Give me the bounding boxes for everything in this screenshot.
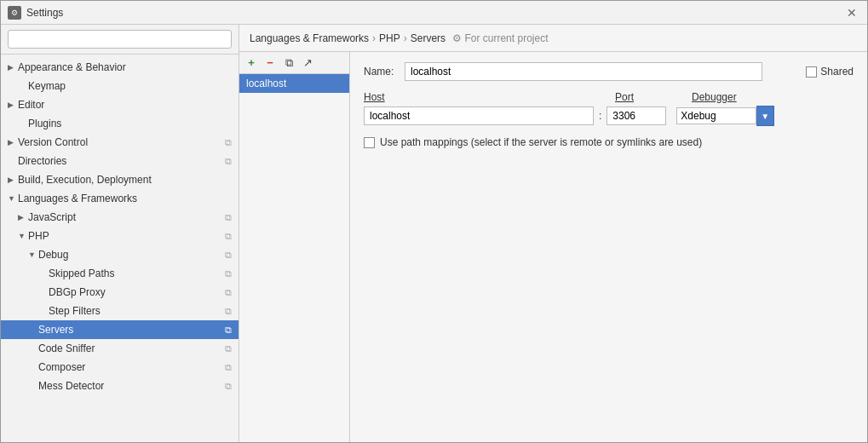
sidebar-item-editor[interactable]: ▶ Editor <box>1 95 239 114</box>
sidebar-item-directories[interactable]: Directories ⧉ <box>1 152 239 170</box>
debugger-dropdown-button[interactable]: ▼ <box>756 106 774 126</box>
sidebar-item-label: Build, Execution, Deployment <box>18 174 232 186</box>
add-server-button[interactable]: + <box>243 55 260 72</box>
arrow-placeholder <box>28 344 38 353</box>
sidebar-item-version-control[interactable]: ▶ Version Control ⧉ <box>1 133 239 152</box>
sidebar-item-label: Mess Detector <box>38 380 221 392</box>
port-input[interactable] <box>606 106 666 125</box>
arrow-icon: ▼ <box>18 232 28 240</box>
sidebar-item-label: JavaScript <box>28 211 221 223</box>
sidebar-item-label: Composer <box>38 361 221 373</box>
titlebar: ⚙ Settings ✕ <box>1 1 867 25</box>
colon-separator: : <box>599 110 601 122</box>
arrow-placeholder <box>28 382 38 390</box>
copy-server-button[interactable]: ⧉ <box>280 55 297 72</box>
arrow-icon: ▶ <box>8 101 18 109</box>
sidebar-item-label: Skipped Paths <box>49 268 221 279</box>
host-label: Host <box>364 91 615 103</box>
name-label: Name: <box>364 66 398 78</box>
sidebar-item-appearance[interactable]: ▶ Appearance & Behavior <box>1 58 239 77</box>
sidebar-item-step-filters[interactable]: Step Filters ⧉ <box>1 302 239 320</box>
path-mappings-label: Use path mappings (select if the server … <box>380 136 702 148</box>
search-box <box>1 25 239 55</box>
sidebar-tree: ▶ Appearance & Behavior Keymap ▶ Editor … <box>1 55 239 442</box>
sidebar-item-servers[interactable]: Servers ⧉ <box>1 320 239 339</box>
sidebar-item-label: Code Sniffer <box>38 342 221 354</box>
name-row: Name: Shared <box>364 62 854 81</box>
breadcrumb-sep: › <box>372 32 376 44</box>
settings-form: Name: Shared Host Port Debugger <box>350 52 867 442</box>
sidebar-item-javascript[interactable]: ▶ JavaScript ⧉ <box>1 208 239 227</box>
sidebar-item-code-sniffer[interactable]: Code Sniffer ⧉ <box>1 339 239 358</box>
sidebar-item-label: Debug <box>38 249 221 261</box>
sidebar-item-label: Appearance & Behavior <box>18 61 232 73</box>
arrow-placeholder <box>18 82 28 90</box>
arrow-icon: ▼ <box>8 194 18 203</box>
server-toolbar: + − ⧉ ↗ <box>239 52 349 74</box>
shared-row: Shared <box>806 66 854 78</box>
copy-icon: ⧉ <box>225 212 232 223</box>
path-mappings-row: Use path mappings (select if the server … <box>364 136 854 148</box>
arrow-placeholder <box>18 119 28 128</box>
host-input[interactable] <box>364 106 594 125</box>
close-button[interactable]: ✕ <box>843 4 860 21</box>
sidebar-item-dbgp[interactable]: DBGp Proxy ⧉ <box>1 283 239 302</box>
debugger-select-wrap: Xdebug Zend Debugger ▼ <box>676 106 774 126</box>
breadcrumb-part-2: PHP <box>379 32 400 44</box>
sidebar-item-label: Directories <box>18 155 221 167</box>
search-input[interactable] <box>8 30 232 49</box>
host-port-debugger-row: : Xdebug Zend Debugger ▼ <box>364 106 854 126</box>
arrow-icon: ▶ <box>18 213 28 222</box>
split-content: + − ⧉ ↗ localhost Name: <box>239 52 867 442</box>
main-content: ▶ Appearance & Behavior Keymap ▶ Editor … <box>1 25 867 442</box>
sidebar-item-keymap[interactable]: Keymap <box>1 77 239 95</box>
sidebar-item-build[interactable]: ▶ Build, Execution, Deployment <box>1 170 239 189</box>
sidebar-item-composer[interactable]: Composer ⧉ <box>1 358 239 377</box>
sidebar-item-label: Languages & Frameworks <box>18 193 232 204</box>
sidebar-item-mess-detector[interactable]: Mess Detector ⧉ <box>1 377 239 395</box>
arrow-placeholder <box>28 325 38 334</box>
arrow-icon: ▶ <box>8 138 18 147</box>
sidebar-item-label: PHP <box>28 230 221 242</box>
sidebar-item-languages[interactable]: ▼ Languages & Frameworks <box>1 189 239 208</box>
port-label: Port <box>615 91 692 103</box>
name-input[interactable] <box>405 62 762 81</box>
arrow-placeholder <box>28 363 38 371</box>
copy-icon: ⧉ <box>225 287 232 298</box>
sidebar-item-label: Editor <box>18 99 232 111</box>
arrow-placeholder <box>38 307 49 315</box>
sidebar-item-debug[interactable]: ▼ Debug ⧉ <box>1 245 239 264</box>
import-server-button[interactable]: ↗ <box>299 55 316 72</box>
path-mappings-checkbox[interactable] <box>364 137 375 148</box>
debugger-label: Debugger <box>692 91 737 103</box>
sidebar-item-label: Servers <box>38 324 221 336</box>
sidebar-item-label: DBGp Proxy <box>49 286 221 298</box>
settings-window: ⚙ Settings ✕ ▶ Appearance & Behavior Key… <box>0 0 868 443</box>
app-icon: ⚙ <box>8 6 21 20</box>
server-list-panel: + − ⧉ ↗ localhost <box>239 52 350 442</box>
shared-checkbox[interactable] <box>806 66 817 78</box>
titlebar-left: ⚙ Settings <box>8 6 63 20</box>
sidebar-item-label: Version Control <box>18 136 221 148</box>
remove-server-button[interactable]: − <box>262 55 279 72</box>
right-panel: Languages & Frameworks › PHP › Servers ⚙… <box>239 25 867 442</box>
sidebar-item-label: Keymap <box>28 80 232 92</box>
arrow-placeholder <box>38 288 49 296</box>
sidebar-item-skipped-paths[interactable]: Skipped Paths ⧉ <box>1 264 239 283</box>
server-item-localhost[interactable]: localhost <box>239 74 349 93</box>
sidebar-item-php[interactable]: ▼ PHP ⧉ <box>1 227 239 245</box>
field-labels: Host Port Debugger <box>364 91 854 103</box>
arrow-icon: ▶ <box>8 175 18 184</box>
copy-icon: ⧉ <box>225 137 232 148</box>
debugger-select[interactable]: Xdebug Zend Debugger <box>676 107 756 124</box>
arrow-placeholder <box>38 269 49 278</box>
sidebar-item-plugins[interactable]: Plugins <box>1 114 239 133</box>
copy-icon: ⧉ <box>225 250 232 261</box>
sidebar: ▶ Appearance & Behavior Keymap ▶ Editor … <box>1 25 239 442</box>
copy-icon: ⧉ <box>225 362 232 373</box>
copy-icon: ⧉ <box>225 231 232 242</box>
copy-icon: ⧉ <box>225 381 232 392</box>
breadcrumb: Languages & Frameworks › PHP › Servers ⚙… <box>239 25 867 52</box>
server-list: localhost <box>239 74 349 442</box>
shared-label: Shared <box>820 66 854 78</box>
